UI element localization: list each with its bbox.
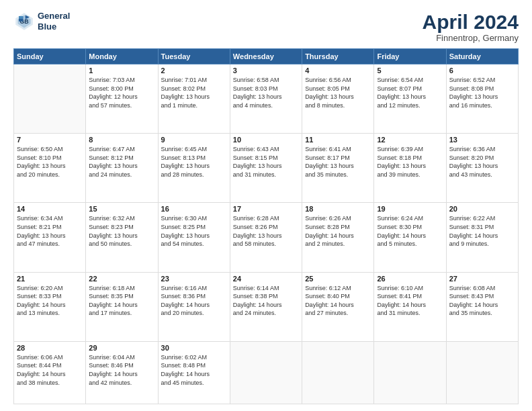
col-header-friday: Friday (374, 49, 446, 64)
day-info: Sunrise: 6:06 AM Sunset: 8:44 PM Dayligh… (17, 353, 83, 387)
week-row-3: 14Sunrise: 6:34 AM Sunset: 8:21 PM Dayli… (14, 203, 519, 272)
day-cell: 23Sunrise: 6:16 AM Sunset: 8:36 PM Dayli… (158, 272, 230, 341)
location-subtitle: Finnentrop, Germany (423, 33, 519, 43)
day-cell: 28Sunrise: 6:06 AM Sunset: 8:44 PM Dayli… (14, 341, 86, 404)
day-info: Sunrise: 7:01 AM Sunset: 8:02 PM Dayligh… (161, 76, 227, 109)
day-cell: 12Sunrise: 6:39 AM Sunset: 8:18 PM Dayli… (374, 134, 446, 203)
day-cell: 7Sunrise: 6:50 AM Sunset: 8:10 PM Daylig… (14, 134, 86, 203)
day-number: 29 (89, 344, 154, 352)
day-cell: 16Sunrise: 6:30 AM Sunset: 8:25 PM Dayli… (158, 203, 230, 272)
day-number: 26 (377, 275, 443, 283)
day-cell: 30Sunrise: 6:02 AM Sunset: 8:48 PM Dayli… (158, 341, 230, 404)
day-number: 15 (89, 205, 154, 213)
day-info: Sunrise: 6:41 AM Sunset: 8:17 PM Dayligh… (305, 145, 371, 179)
logo: GB General Blue (13, 11, 70, 32)
day-info: Sunrise: 6:18 AM Sunset: 8:35 PM Dayligh… (89, 284, 154, 318)
day-number: 12 (377, 136, 443, 144)
day-number: 28 (17, 344, 83, 352)
day-cell: 9Sunrise: 6:45 AM Sunset: 8:13 PM Daylig… (158, 134, 230, 203)
day-info: Sunrise: 6:45 AM Sunset: 8:13 PM Dayligh… (161, 145, 227, 179)
logo-icon: GB (13, 11, 35, 32)
title-block: April 2024 Finnentrop, Germany (423, 11, 519, 43)
day-cell: 1Sunrise: 7:03 AM Sunset: 8:00 PM Daylig… (86, 64, 158, 134)
col-header-sunday: Sunday (14, 49, 86, 64)
calendar-table: SundayMondayTuesdayWednesdayThursdayFrid… (13, 48, 519, 404)
logo-line1: General (38, 11, 70, 21)
day-cell: 18Sunrise: 6:26 AM Sunset: 8:28 PM Dayli… (302, 203, 374, 272)
day-number: 8 (89, 136, 154, 144)
day-info: Sunrise: 6:58 AM Sunset: 8:03 PM Dayligh… (233, 76, 299, 109)
day-info: Sunrise: 6:50 AM Sunset: 8:10 PM Dayligh… (17, 145, 83, 179)
day-info: Sunrise: 6:12 AM Sunset: 8:40 PM Dayligh… (305, 284, 371, 318)
day-number: 5 (377, 66, 443, 75)
day-number: 25 (305, 275, 371, 283)
day-info: Sunrise: 6:52 AM Sunset: 8:08 PM Dayligh… (449, 76, 515, 109)
day-cell (230, 341, 302, 404)
day-cell: 5Sunrise: 6:54 AM Sunset: 8:07 PM Daylig… (374, 64, 446, 134)
day-number: 1 (89, 66, 154, 75)
day-cell: 17Sunrise: 6:28 AM Sunset: 8:26 PM Dayli… (230, 203, 302, 272)
page: GB General Blue April 2024 Finnentrop, G… (0, 0, 532, 411)
day-number: 9 (161, 136, 227, 144)
day-info: Sunrise: 6:26 AM Sunset: 8:28 PM Dayligh… (305, 214, 371, 248)
day-number: 18 (305, 205, 371, 213)
day-info: Sunrise: 6:10 AM Sunset: 8:41 PM Dayligh… (377, 284, 443, 318)
day-cell: 29Sunrise: 6:04 AM Sunset: 8:46 PM Dayli… (86, 341, 158, 404)
day-cell (302, 341, 374, 404)
day-number: 21 (17, 275, 83, 283)
day-info: Sunrise: 6:24 AM Sunset: 8:30 PM Dayligh… (377, 214, 443, 248)
week-row-5: 28Sunrise: 6:06 AM Sunset: 8:44 PM Dayli… (14, 341, 519, 404)
day-cell: 4Sunrise: 6:56 AM Sunset: 8:05 PM Daylig… (302, 64, 374, 134)
day-info: Sunrise: 6:43 AM Sunset: 8:15 PM Dayligh… (233, 145, 299, 179)
day-cell: 26Sunrise: 6:10 AM Sunset: 8:41 PM Dayli… (374, 272, 446, 341)
day-cell: 13Sunrise: 6:36 AM Sunset: 8:20 PM Dayli… (446, 134, 518, 203)
week-row-1: 1Sunrise: 7:03 AM Sunset: 8:00 PM Daylig… (14, 64, 519, 134)
day-info: Sunrise: 6:20 AM Sunset: 8:33 PM Dayligh… (17, 284, 83, 318)
col-header-saturday: Saturday (446, 49, 518, 64)
day-info: Sunrise: 6:22 AM Sunset: 8:31 PM Dayligh… (449, 214, 515, 248)
day-number: 23 (161, 275, 227, 283)
week-row-4: 21Sunrise: 6:20 AM Sunset: 8:33 PM Dayli… (14, 272, 519, 341)
col-header-tuesday: Tuesday (158, 49, 230, 64)
day-info: Sunrise: 6:08 AM Sunset: 8:43 PM Dayligh… (449, 284, 515, 318)
day-info: Sunrise: 6:30 AM Sunset: 8:25 PM Dayligh… (161, 214, 227, 248)
week-row-2: 7Sunrise: 6:50 AM Sunset: 8:10 PM Daylig… (14, 134, 519, 203)
day-info: Sunrise: 6:16 AM Sunset: 8:36 PM Dayligh… (161, 284, 227, 318)
day-number: 30 (161, 344, 227, 352)
day-number: 4 (305, 66, 371, 75)
day-cell: 20Sunrise: 6:22 AM Sunset: 8:31 PM Dayli… (446, 203, 518, 272)
day-number: 3 (233, 66, 299, 75)
day-cell: 27Sunrise: 6:08 AM Sunset: 8:43 PM Dayli… (446, 272, 518, 341)
day-info: Sunrise: 6:54 AM Sunset: 8:07 PM Dayligh… (377, 76, 443, 109)
day-cell: 14Sunrise: 6:34 AM Sunset: 8:21 PM Dayli… (14, 203, 86, 272)
day-cell: 25Sunrise: 6:12 AM Sunset: 8:40 PM Dayli… (302, 272, 374, 341)
month-title: April 2024 (423, 11, 519, 33)
day-number: 27 (449, 275, 515, 283)
day-cell: 11Sunrise: 6:41 AM Sunset: 8:17 PM Dayli… (302, 134, 374, 203)
day-cell: 19Sunrise: 6:24 AM Sunset: 8:30 PM Dayli… (374, 203, 446, 272)
day-cell: 24Sunrise: 6:14 AM Sunset: 8:38 PM Dayli… (230, 272, 302, 341)
day-cell: 22Sunrise: 6:18 AM Sunset: 8:35 PM Dayli… (86, 272, 158, 341)
day-info: Sunrise: 6:39 AM Sunset: 8:18 PM Dayligh… (377, 145, 443, 179)
day-cell: 21Sunrise: 6:20 AM Sunset: 8:33 PM Dayli… (14, 272, 86, 341)
day-cell: 2Sunrise: 7:01 AM Sunset: 8:02 PM Daylig… (158, 64, 230, 134)
col-header-thursday: Thursday (302, 49, 374, 64)
logo-text: General Blue (38, 11, 70, 32)
day-number: 11 (305, 136, 371, 144)
day-cell: 8Sunrise: 6:47 AM Sunset: 8:12 PM Daylig… (86, 134, 158, 203)
day-cell: 3Sunrise: 6:58 AM Sunset: 8:03 PM Daylig… (230, 64, 302, 134)
day-cell: 10Sunrise: 6:43 AM Sunset: 8:15 PM Dayli… (230, 134, 302, 203)
day-number: 17 (233, 205, 299, 213)
day-info: Sunrise: 6:28 AM Sunset: 8:26 PM Dayligh… (233, 214, 299, 248)
day-info: Sunrise: 6:32 AM Sunset: 8:23 PM Dayligh… (89, 214, 154, 248)
day-number: 16 (161, 205, 227, 213)
day-number: 24 (233, 275, 299, 283)
day-cell: 6Sunrise: 6:52 AM Sunset: 8:08 PM Daylig… (446, 64, 518, 134)
col-header-monday: Monday (86, 49, 158, 64)
day-number: 6 (449, 66, 515, 75)
calendar-header-row: SundayMondayTuesdayWednesdayThursdayFrid… (14, 49, 519, 64)
day-number: 13 (449, 136, 515, 144)
day-info: Sunrise: 6:56 AM Sunset: 8:05 PM Dayligh… (305, 76, 371, 109)
day-info: Sunrise: 7:03 AM Sunset: 8:00 PM Dayligh… (89, 76, 154, 109)
svg-rect-4 (19, 16, 23, 19)
